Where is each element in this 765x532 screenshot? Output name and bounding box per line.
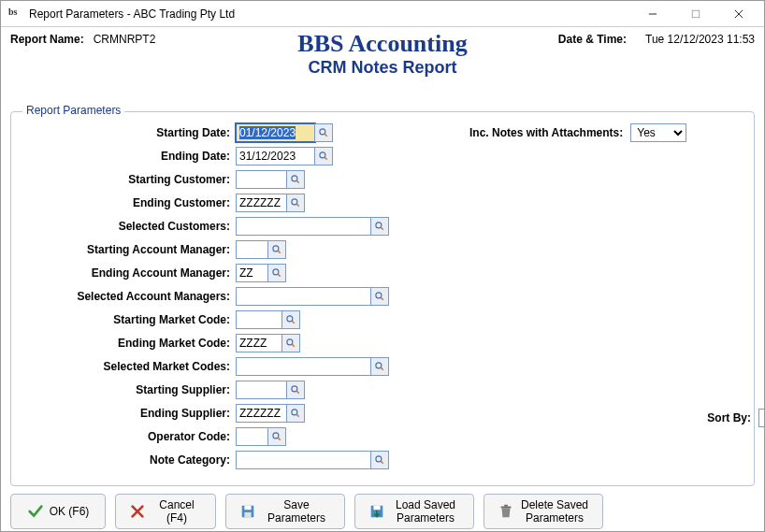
note-category-lookup-button[interactable]	[370, 451, 389, 469]
svg-point-12	[376, 223, 382, 228]
inc-notes-select[interactable]: Yes	[630, 123, 686, 142]
report-parameters-fieldset: Report Parameters Starting Date: Ending …	[10, 111, 755, 486]
svg-rect-1	[692, 10, 700, 18]
svg-point-24	[376, 363, 382, 368]
magnifier-icon	[374, 454, 385, 466]
load-icon	[368, 503, 385, 520]
magnifier-icon	[271, 431, 282, 442]
starting-supplier-input[interactable]	[236, 381, 287, 399]
operator-code-lookup-button[interactable]	[267, 427, 286, 446]
ending-date-input[interactable]	[236, 147, 315, 165]
magnifier-icon	[374, 361, 385, 372]
starting-customer-input[interactable]	[236, 170, 287, 189]
svg-line-21	[292, 321, 295, 324]
starting-account-manager-input[interactable]	[236, 240, 268, 259]
close-button[interactable]	[717, 1, 760, 27]
inc-notes-label: Inc. Notes with Attachments:	[469, 126, 630, 139]
operator-code-input[interactable]	[236, 427, 268, 446]
ending-date-lookup-button[interactable]	[314, 147, 333, 165]
svg-line-25	[381, 367, 383, 370]
button-bar: OK (F6) Cancel (F4) Save Parameters Load…	[1, 494, 764, 532]
svg-rect-40	[504, 505, 508, 507]
selected-account-managers-lookup-button[interactable]	[370, 287, 389, 306]
svg-line-31	[278, 438, 281, 440]
starting-date-label: Starting Date:	[21, 126, 236, 139]
save-parameters-button[interactable]: Save Parameters	[225, 494, 345, 529]
maximize-button[interactable]	[674, 1, 717, 27]
fieldset-legend: Report Parameters	[22, 104, 124, 117]
ending-customer-input[interactable]	[236, 194, 287, 212]
ending-supplier-label: Ending Supplier:	[21, 407, 236, 420]
svg-line-9	[296, 180, 299, 183]
ending-supplier-input[interactable]	[236, 404, 287, 423]
svg-point-16	[273, 269, 279, 275]
svg-point-30	[273, 433, 279, 439]
titlebar: bs Report Parameters - ABC Trading Pty L…	[1, 1, 764, 27]
window-title: Report Parameters - ABC Trading Pty Ltd	[27, 7, 631, 21]
starting-account-manager-lookup-button[interactable]	[267, 240, 286, 259]
note-category-label: Note Category:	[21, 453, 236, 467]
datetime-value: Tue 12/12/2023 11:53	[645, 33, 755, 46]
datetime-label: Date & Time:	[558, 33, 627, 46]
note-category-input[interactable]	[236, 451, 371, 469]
svg-line-17	[278, 274, 281, 277]
selected-customers-input[interactable]	[236, 217, 371, 236]
app-title-block: BBS Accounting CRM Notes Report	[297, 30, 467, 78]
minimize-button[interactable]	[631, 1, 674, 27]
svg-point-20	[287, 316, 293, 322]
svg-point-8	[292, 176, 297, 181]
ending-date-label: Ending Date:	[21, 150, 236, 163]
ok-button-label: OK (F6)	[50, 505, 90, 518]
magnifier-icon	[290, 197, 301, 208]
ending-supplier-lookup-button[interactable]	[286, 404, 305, 423]
svg-point-10	[292, 199, 297, 205]
ending-customer-lookup-button[interactable]	[286, 194, 305, 212]
ending-account-manager-label: Ending Account Manager:	[21, 266, 236, 280]
sort-by-select[interactable]: Customer/Supplier	[758, 409, 765, 427]
cancel-button[interactable]: Cancel (F4)	[115, 494, 216, 529]
starting-supplier-label: Starting Supplier:	[21, 383, 236, 396]
header: Report Name: CRMNRPT2 BBS Accounting CRM…	[1, 27, 764, 83]
ending-customer-label: Ending Customer:	[21, 196, 236, 209]
starting-date-lookup-button[interactable]	[314, 123, 333, 142]
selected-customers-lookup-button[interactable]	[370, 217, 389, 236]
app-title: BBS Accounting	[297, 30, 467, 58]
selected-market-codes-label: Selected Market Codes:	[21, 360, 236, 373]
starting-market-code-input[interactable]	[236, 310, 282, 329]
svg-point-22	[287, 339, 293, 345]
svg-point-4	[320, 129, 325, 135]
operator-code-label: Operator Code:	[21, 430, 236, 443]
check-icon	[27, 503, 44, 520]
selected-account-managers-input[interactable]	[236, 287, 371, 306]
selected-customers-label: Selected Customers:	[21, 220, 236, 233]
selected-market-codes-lookup-button[interactable]	[370, 357, 389, 376]
ending-market-code-input[interactable]	[236, 334, 282, 352]
svg-point-28	[292, 410, 297, 415]
svg-point-14	[273, 246, 279, 252]
cancel-button-label: Cancel (F4)	[152, 498, 202, 525]
magnifier-icon	[374, 291, 385, 302]
starting-date-input[interactable]	[236, 123, 315, 142]
load-saved-parameters-button[interactable]: Load Saved Parameters	[354, 494, 474, 529]
selected-market-codes-input[interactable]	[236, 357, 371, 376]
svg-point-26	[292, 386, 297, 392]
svg-line-23	[292, 344, 295, 347]
ok-button[interactable]: OK (F6)	[10, 494, 106, 529]
svg-line-5	[325, 134, 327, 137]
ending-account-manager-input[interactable]	[236, 264, 268, 282]
starting-supplier-lookup-button[interactable]	[286, 381, 305, 399]
svg-point-6	[320, 152, 325, 158]
ending-account-manager-lookup-button[interactable]	[267, 264, 286, 282]
report-name-value: CRMNRPT2	[94, 33, 156, 46]
delete-saved-parameters-button[interactable]: Delete Saved Parameters	[484, 494, 603, 529]
starting-account-manager-label: Starting Account Manager:	[21, 243, 236, 256]
magnifier-icon	[271, 267, 282, 279]
datetime-block: Date & Time: Tue 12/12/2023 11:53	[558, 33, 755, 46]
svg-line-27	[296, 391, 299, 394]
magnifier-icon	[271, 244, 282, 255]
svg-line-13	[381, 227, 383, 230]
svg-point-32	[376, 456, 382, 462]
ending-market-code-lookup-button[interactable]	[281, 334, 300, 352]
starting-customer-lookup-button[interactable]	[286, 170, 305, 189]
starting-market-code-lookup-button[interactable]	[281, 310, 300, 329]
